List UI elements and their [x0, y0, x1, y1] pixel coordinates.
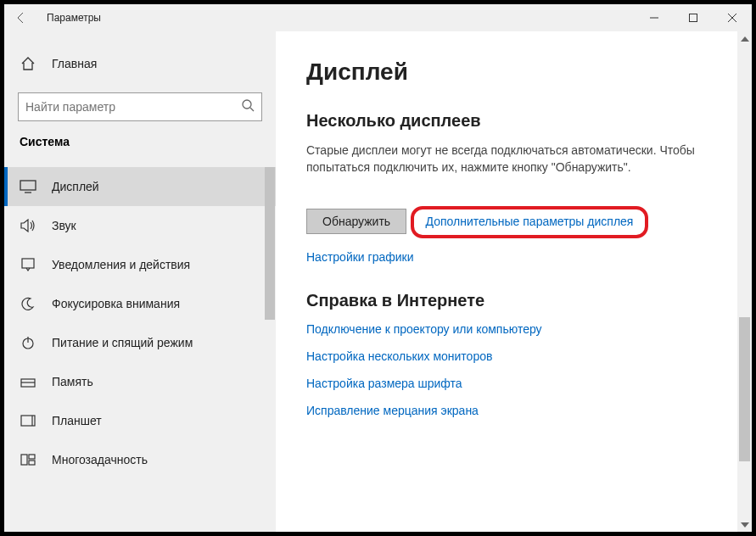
scroll-down-button[interactable]: [737, 517, 752, 532]
sidebar-home-label: Главная: [52, 57, 97, 70]
sidebar-item-sound[interactable]: Звук: [4, 206, 276, 245]
sidebar-item-label: Питание и спящий режим: [52, 336, 193, 349]
search-input[interactable]: [25, 100, 241, 114]
sidebar-item-label: Планшет: [52, 414, 102, 427]
window-title: Параметры: [47, 12, 101, 24]
svg-rect-15: [21, 455, 27, 465]
section-heading: Несколько дисплеев: [306, 111, 721, 131]
svg-rect-6: [20, 181, 36, 190]
svg-rect-1: [690, 14, 697, 22]
section-heading: Справка в Интернете: [306, 291, 721, 310]
scroll-track[interactable]: [737, 46, 752, 517]
page-title: Дисплей: [306, 59, 721, 86]
advanced-display-link[interactable]: Дополнительные параметры дисплея: [426, 215, 634, 228]
section-text: Старые дисплеи могут не всегда подключат…: [306, 142, 721, 176]
notification-icon: [20, 256, 36, 273]
maximize-button[interactable]: [674, 4, 713, 31]
back-button[interactable]: [4, 4, 38, 31]
titlebar: Параметры: [4, 4, 752, 31]
scroll-up-button[interactable]: [737, 31, 752, 46]
sidebar-category: Система: [4, 135, 276, 148]
search-box[interactable]: [18, 92, 262, 121]
close-button[interactable]: [713, 4, 752, 31]
svg-rect-8: [22, 259, 34, 268]
speaker-icon: [20, 217, 36, 234]
sidebar-scroll-thumb[interactable]: [265, 167, 275, 320]
highlighted-link-box: Дополнительные параметры дисплея: [411, 206, 649, 238]
sidebar-item-power[interactable]: Питание и спящий режим: [4, 323, 276, 362]
svg-rect-17: [29, 461, 35, 465]
window-controls: [635, 4, 752, 31]
detect-button[interactable]: Обнаружить: [306, 209, 406, 234]
sidebar-item-display[interactable]: Дисплей: [4, 167, 276, 206]
home-icon: [20, 55, 36, 72]
sidebar-item-label: Многозадачность: [52, 453, 148, 466]
sidebar-item-label: Дисплей: [52, 180, 99, 193]
sidebar-item-notifications[interactable]: Уведомления и действия: [4, 245, 276, 284]
power-icon: [20, 334, 36, 351]
search-icon: [241, 98, 255, 115]
graphics-settings-link[interactable]: Настройки графики: [306, 250, 721, 264]
help-link[interactable]: Подключение к проектору или компьютеру: [306, 322, 721, 336]
sidebar-item-multitask[interactable]: Многозадачность: [4, 440, 276, 479]
main-scrollbar[interactable]: [737, 31, 752, 532]
sidebar-item-storage[interactable]: Память: [4, 362, 276, 401]
sidebar-item-tablet[interactable]: Планшет: [4, 401, 276, 440]
body: Главная Система Дисплей: [4, 31, 752, 532]
sidebar: Главная Система Дисплей: [4, 31, 276, 532]
sidebar-item-label: Звук: [52, 219, 76, 232]
settings-window: Параметры Главная: [4, 4, 752, 532]
help-link[interactable]: Настройка размера шрифта: [306, 377, 721, 390]
svg-line-5: [250, 108, 254, 111]
main-content: Дисплей Несколько дисплеев Старые диспле…: [276, 31, 752, 532]
help-link[interactable]: Настройка нескольких мониторов: [306, 349, 721, 363]
sidebar-home[interactable]: Главная: [4, 45, 276, 82]
section-web-help: Справка в Интернете Подключение к проект…: [306, 291, 721, 417]
sidebar-item-label: Память: [52, 375, 93, 388]
section-multiple-displays: Несколько дисплеев Старые дисплеи могут …: [306, 111, 721, 264]
svg-point-4: [243, 100, 251, 109]
tablet-icon: [20, 412, 36, 429]
minimize-button[interactable]: [635, 4, 674, 31]
svg-rect-16: [29, 455, 35, 459]
sidebar-scrollbar[interactable]: [264, 167, 276, 532]
sidebar-item-label: Фокусировка внимания: [52, 297, 180, 310]
monitor-icon: [20, 178, 36, 195]
sidebar-item-label: Уведомления и действия: [52, 258, 190, 271]
sidebar-item-focus[interactable]: Фокусировка внимания: [4, 284, 276, 323]
sidebar-list: Дисплей Звук Уведомления и действия: [4, 167, 276, 532]
help-link[interactable]: Исправление мерцания экрана: [306, 404, 721, 417]
storage-icon: [20, 373, 36, 390]
moon-icon: [20, 295, 36, 312]
multitask-icon: [20, 451, 36, 468]
scroll-thumb[interactable]: [739, 317, 750, 461]
